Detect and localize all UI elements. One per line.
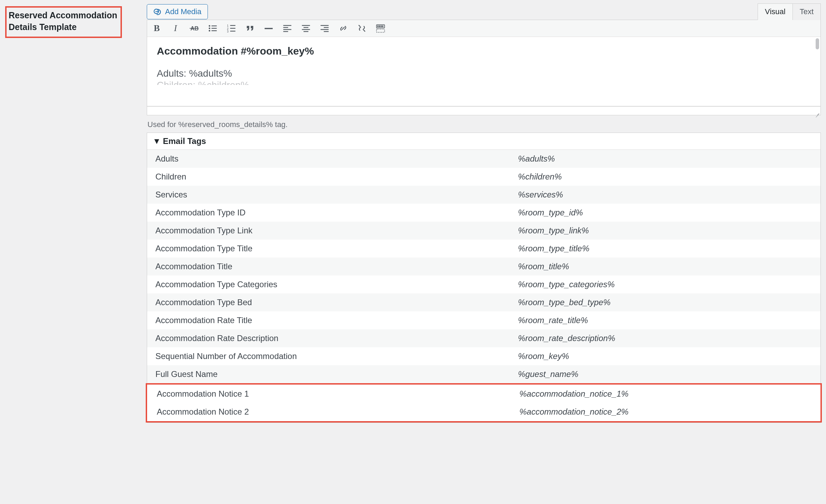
editor-line-children: Children: %children% bbox=[157, 80, 811, 85]
tab-visual[interactable]: Visual bbox=[758, 3, 793, 20]
horizontal-rule-button[interactable] bbox=[263, 23, 274, 34]
editor-content[interactable]: Accommodation #%room_key% Adults: %adult… bbox=[147, 37, 820, 106]
svg-rect-19 bbox=[283, 31, 288, 32]
svg-rect-18 bbox=[283, 29, 291, 30]
email-tags-title: Email Tags bbox=[163, 136, 206, 146]
bullet-list-button[interactable] bbox=[207, 23, 218, 34]
tag-value: %room_type_categories% bbox=[518, 280, 812, 289]
align-center-button[interactable] bbox=[300, 23, 311, 34]
tag-label: Children bbox=[155, 172, 518, 182]
scrollbar-thumb[interactable] bbox=[816, 38, 819, 49]
tag-value: %room_title% bbox=[518, 262, 812, 271]
helper-text: Used for %reserved_rooms_details% tag. bbox=[147, 115, 821, 130]
table-row: Children%children% bbox=[147, 168, 820, 186]
email-tags-panel: ▼ Email Tags Adults%adults%Children%chil… bbox=[147, 133, 821, 423]
tag-value: %room_rate_description% bbox=[518, 333, 812, 343]
table-row: Full Guest Name%guest_name% bbox=[147, 365, 820, 383]
tag-label: Accommodation Type Categories bbox=[155, 280, 518, 289]
tag-value: %room_rate_title% bbox=[518, 316, 812, 325]
add-media-button[interactable]: Add Media bbox=[147, 4, 208, 19]
tag-label: Accommodation Notice 2 bbox=[157, 407, 519, 417]
blockquote-button[interactable] bbox=[244, 23, 256, 34]
svg-rect-26 bbox=[320, 29, 328, 30]
tag-value: %room_type_title% bbox=[518, 244, 812, 253]
editor-resize-bar[interactable] bbox=[147, 106, 821, 115]
editor-heading: Accommodation #%room_key% bbox=[157, 45, 811, 57]
tag-value: %accommodation_notice_1% bbox=[519, 389, 811, 399]
email-tags-toggle[interactable]: ▼ Email Tags bbox=[147, 133, 820, 150]
svg-point-5 bbox=[209, 28, 210, 29]
numbered-list-button[interactable]: 123 bbox=[226, 23, 237, 34]
unlink-button[interactable] bbox=[356, 23, 367, 34]
table-row: Accommodation Type Link%room_type_link% bbox=[147, 222, 820, 240]
svg-rect-34 bbox=[382, 26, 384, 27]
svg-rect-33 bbox=[381, 26, 382, 27]
tag-label: Accommodation Title bbox=[155, 262, 518, 271]
italic-button[interactable]: I bbox=[170, 23, 181, 34]
tag-value: %room_type_bed_type% bbox=[518, 298, 812, 307]
email-tags-table: Adults%adults%Children%children%Services… bbox=[147, 150, 820, 423]
table-row: Services%services% bbox=[147, 186, 820, 204]
caret-down-icon: ▼ bbox=[153, 136, 161, 146]
section-title: Reserved Accommodation Details Template bbox=[5, 6, 122, 38]
section-title-line1: Reserved Accommodation bbox=[9, 10, 117, 21]
section-title-line2: Details Template bbox=[9, 21, 117, 33]
tag-value: %room_type_id% bbox=[518, 208, 812, 217]
svg-text:3: 3 bbox=[227, 30, 229, 33]
svg-rect-35 bbox=[376, 29, 384, 32]
editor: B I ABC 123 bbox=[147, 20, 821, 106]
tag-label: Sequential Number of Accommodation bbox=[155, 351, 518, 361]
table-row: Accommodation Type ID%room_type_id% bbox=[147, 204, 820, 222]
tag-value: %children% bbox=[518, 172, 812, 182]
tag-value: %guest_name% bbox=[518, 369, 812, 379]
table-row: Accommodation Rate Description%room_rate… bbox=[147, 329, 820, 347]
table-row: Accommodation Type Bed%room_type_bed_typ… bbox=[147, 293, 820, 311]
table-row: Adults%adults% bbox=[147, 150, 820, 168]
tag-label: Accommodation Rate Title bbox=[155, 316, 518, 325]
svg-rect-24 bbox=[320, 25, 328, 26]
table-row: Accommodation Notice 1%accommodation_not… bbox=[146, 383, 822, 403]
svg-point-7 bbox=[209, 30, 210, 32]
media-icon bbox=[153, 7, 162, 16]
svg-rect-4 bbox=[212, 26, 217, 26]
bold-button[interactable]: B bbox=[151, 23, 162, 34]
tag-value: %accommodation_notice_2% bbox=[519, 407, 811, 417]
align-right-button[interactable] bbox=[319, 23, 330, 34]
tag-label: Full Guest Name bbox=[155, 369, 518, 379]
svg-rect-27 bbox=[324, 31, 329, 32]
tag-label: Adults bbox=[155, 154, 518, 164]
table-row: Accommodation Type Categories%room_type_… bbox=[147, 275, 820, 293]
table-row: Accommodation Title%room_title% bbox=[147, 258, 820, 275]
tag-value: %services% bbox=[518, 190, 812, 200]
tag-value: %room_key% bbox=[518, 351, 812, 361]
tag-label: Services bbox=[155, 190, 518, 200]
svg-rect-17 bbox=[283, 27, 288, 28]
svg-rect-22 bbox=[302, 29, 310, 30]
svg-rect-32 bbox=[379, 26, 380, 27]
table-row: Accommodation Notice 2%accommodation_not… bbox=[146, 403, 822, 423]
tab-text[interactable]: Text bbox=[793, 3, 821, 20]
table-row: Accommodation Type Title%room_type_title… bbox=[147, 240, 820, 258]
strikethrough-button[interactable]: ABC bbox=[189, 23, 200, 34]
svg-line-28 bbox=[359, 25, 361, 27]
table-row: Accommodation Rate Title%room_rate_title… bbox=[147, 311, 820, 329]
table-row: Sequential Number of Accommodation%room_… bbox=[147, 347, 820, 365]
tag-label: Accommodation Type Link bbox=[155, 226, 518, 235]
svg-rect-14 bbox=[230, 31, 236, 31]
svg-rect-23 bbox=[304, 31, 308, 32]
svg-rect-15 bbox=[265, 28, 272, 29]
svg-point-3 bbox=[209, 25, 210, 27]
svg-rect-20 bbox=[302, 25, 310, 26]
editor-tabs: Visual Text bbox=[758, 3, 821, 20]
tag-value: %adults% bbox=[518, 154, 812, 164]
link-button[interactable] bbox=[338, 23, 349, 34]
tag-label: Accommodation Notice 1 bbox=[157, 389, 519, 399]
svg-rect-10 bbox=[230, 25, 236, 26]
align-left-button[interactable] bbox=[282, 23, 293, 34]
tag-label: Accommodation Type ID bbox=[155, 208, 518, 217]
svg-rect-25 bbox=[324, 27, 329, 28]
svg-rect-16 bbox=[283, 25, 291, 26]
tag-label: Accommodation Type Title bbox=[155, 244, 518, 253]
editor-toolbar: B I ABC 123 bbox=[147, 20, 820, 37]
toolbar-toggle-button[interactable] bbox=[375, 23, 386, 34]
